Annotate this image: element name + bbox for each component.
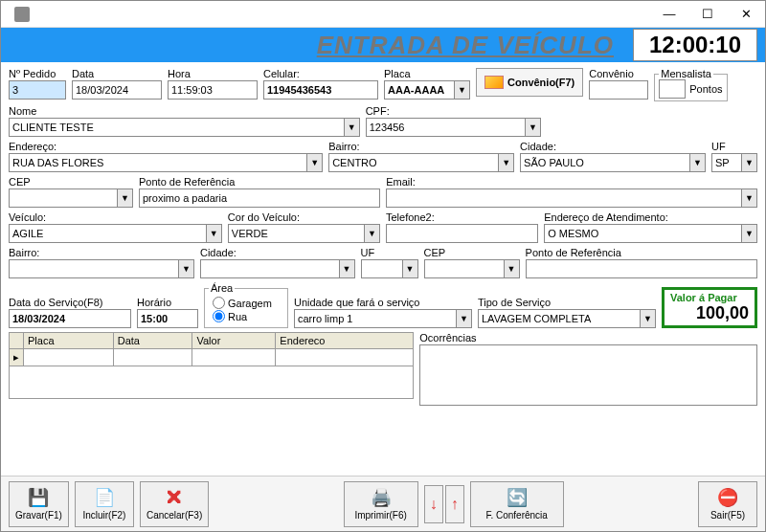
pedido-label: Nº Pedido: [9, 68, 66, 79]
cidade2-label: Cidade:: [200, 247, 355, 258]
valor-value: 100,00: [696, 303, 749, 323]
data-input[interactable]: [72, 80, 162, 100]
nome-input[interactable]: [9, 118, 360, 137]
dataserv-input[interactable]: [9, 309, 131, 328]
cancelar-button[interactable]: 🗙Cancelar(F3): [140, 481, 209, 527]
app-window: — ☐ ✕ ENTRADA DE VEÍCULO 12:00:10 Nº Ped…: [0, 0, 766, 532]
placa-label: Placa: [384, 68, 470, 79]
ocorrencias-input[interactable]: [419, 344, 757, 406]
uf2-dropdown[interactable]: ▼: [402, 260, 417, 277]
tiposerv-dropdown[interactable]: ▼: [640, 310, 655, 327]
bairro2-input[interactable]: [9, 259, 194, 278]
uf-dropdown[interactable]: ▼: [741, 154, 756, 171]
print-icon: 🖨️: [371, 487, 392, 508]
endatend-label: Endereço de Atendimento:: [544, 211, 757, 223]
incluir-button[interactable]: 📄Incluir(F2): [75, 481, 134, 527]
conferencia-button[interactable]: 🔄F. Conferência: [470, 481, 564, 527]
cep-dropdown[interactable]: ▼: [117, 189, 132, 207]
arrow-down-button[interactable]: ↓: [424, 485, 443, 523]
cpf-input[interactable]: [366, 118, 541, 137]
cidade-dropdown[interactable]: ▼: [689, 154, 705, 171]
add-icon: 📄: [94, 487, 115, 508]
tel2-input[interactable]: [386, 224, 538, 243]
imprimir-button[interactable]: 🖨️Imprimir(F6): [344, 481, 418, 527]
valor-box: Valor á Pagar 100,00: [662, 287, 757, 328]
veiculo-input[interactable]: [9, 224, 222, 243]
hora-input[interactable]: [168, 80, 258, 100]
cidade-input[interactable]: [520, 153, 706, 172]
pontoref2-label: Ponto de Referência: [526, 247, 757, 258]
cor-label: Cor do Veículo:: [228, 211, 380, 223]
garagem-radio[interactable]: Garagem: [213, 297, 280, 309]
cidade2-dropdown[interactable]: ▼: [339, 260, 354, 277]
th-data: Data: [113, 333, 192, 349]
nome-label: Nome: [9, 105, 360, 117]
table-row[interactable]: ▸: [10, 349, 414, 366]
placa-dropdown[interactable]: ▼: [454, 81, 469, 99]
table-row[interactable]: [10, 366, 414, 399]
bairro2-dropdown[interactable]: ▼: [178, 260, 193, 277]
tiposerv-input[interactable]: [478, 309, 656, 328]
pontoref-label: Ponto de Referência: [139, 176, 380, 188]
convenio-button[interactable]: Convênio(F7): [476, 68, 583, 97]
uf-label: UF: [711, 141, 757, 152]
close-button[interactable]: ✕: [727, 1, 765, 28]
celular-input[interactable]: [263, 80, 378, 100]
endereco-dropdown[interactable]: ▼: [306, 154, 322, 171]
valor-label: Valor á Pagar: [670, 292, 737, 303]
form-area: Nº Pedido Data Hora Celular: Placa ▼: [1, 62, 765, 476]
cidade2-input[interactable]: [200, 259, 355, 278]
cor-input[interactable]: [228, 224, 380, 243]
refresh-icon: 🔄: [507, 487, 528, 508]
uf2-label: UF: [361, 247, 418, 258]
pontos-input[interactable]: [659, 79, 686, 99]
convenio-input[interactable]: [589, 80, 648, 100]
pontoref-input[interactable]: [139, 188, 380, 208]
bairro-dropdown[interactable]: ▼: [498, 154, 513, 171]
app-icon: [14, 7, 30, 22]
rua-radio[interactable]: Rua: [213, 310, 280, 322]
maximize-button[interactable]: ☐: [688, 1, 727, 28]
email-dropdown[interactable]: ▼: [741, 189, 756, 207]
pedido-input[interactable]: [9, 80, 66, 100]
cep-input[interactable]: [9, 188, 133, 208]
history-table[interactable]: Placa Data Valor Endereco ▸: [9, 332, 414, 399]
pontos-label: Pontos: [689, 83, 722, 95]
cep2-dropdown[interactable]: ▼: [504, 260, 519, 277]
pontoref2-input[interactable]: [526, 259, 757, 278]
titlebar: — ☐ ✕: [1, 1, 765, 28]
unidade-input[interactable]: [294, 309, 472, 328]
unidade-dropdown[interactable]: ▼: [456, 310, 471, 327]
unidade-label: Unidade que fará o serviço: [294, 297, 472, 308]
horario-label: Horário: [137, 297, 198, 308]
bairro-input[interactable]: [328, 153, 514, 172]
th-valor: Valor: [192, 333, 276, 349]
gravar-button[interactable]: 💾Gravar(F1): [9, 481, 69, 527]
nome-dropdown[interactable]: ▼: [344, 119, 359, 136]
veiculo-dropdown[interactable]: ▼: [206, 225, 221, 242]
page-title: ENTRADA DE VEÍCULO: [9, 31, 621, 60]
veiculo-label: Veículo:: [9, 211, 222, 223]
endereco-input[interactable]: [9, 153, 323, 172]
endereco-label: Endereço:: [9, 141, 323, 152]
clock: 12:00:10: [633, 29, 757, 61]
cancel-icon: 🗙: [164, 487, 185, 508]
exit-icon: ⛔: [717, 487, 738, 508]
save-icon: 💾: [28, 487, 49, 508]
cep-label: CEP: [9, 176, 133, 188]
cpf-dropdown[interactable]: ▼: [525, 119, 540, 136]
cpf-label: CPF:: [366, 105, 541, 117]
card-icon: [484, 76, 504, 89]
arrow-up-button[interactable]: ↑: [445, 485, 464, 523]
bairro-label: Bairro:: [328, 141, 514, 152]
cor-dropdown[interactable]: ▼: [364, 225, 379, 242]
tiposerv-label: Tipo de Serviço: [478, 297, 656, 308]
minimize-button[interactable]: —: [650, 1, 688, 28]
email-input[interactable]: [386, 188, 757, 208]
endatend-dropdown[interactable]: ▼: [741, 225, 756, 242]
tel2-label: Telefone2:: [386, 211, 538, 223]
horario-input[interactable]: [137, 309, 198, 328]
email-label: Email:: [386, 176, 757, 188]
sair-button[interactable]: ⛔Sair(F5): [698, 481, 757, 527]
endatend-input[interactable]: [544, 224, 757, 243]
